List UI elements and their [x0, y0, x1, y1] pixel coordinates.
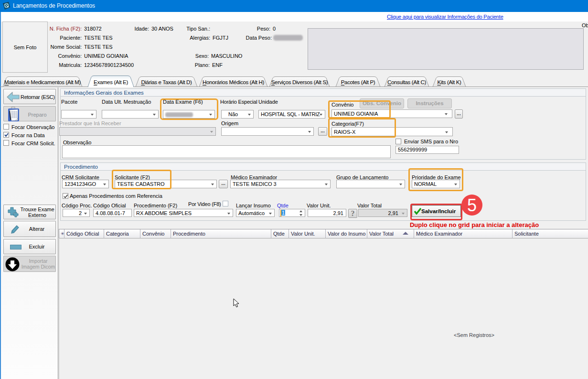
svg-text:Materiais e Medicamentos (Alt: Materiais e Medicamentos (Alt M) [4, 79, 81, 85]
svg-text:Consultas (Alt C): Consultas (Alt C) [387, 79, 426, 85]
svg-text:Honorários Médicos (Alt H): Honorários Médicos (Alt H) [203, 79, 264, 85]
svg-text:Exames (Alt E): Exames (Alt E) [94, 79, 128, 85]
svg-text:Kits (Alt K): Kits (Alt K) [437, 79, 461, 85]
svg-text:Serviços Diversos (Alt S): Serviços Diversos (Alt S) [271, 79, 328, 85]
svg-text:Diárias e Taxas (Alt D): Diárias e Taxas (Alt D) [141, 79, 192, 85]
svg-text:Pacotes (Alt P): Pacotes (Alt P) [341, 79, 375, 85]
